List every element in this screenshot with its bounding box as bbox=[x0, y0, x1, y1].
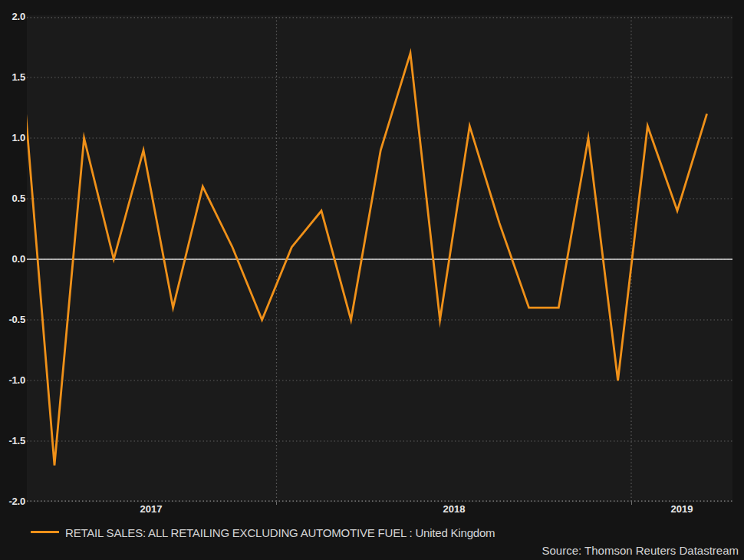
chart-svg bbox=[27, 17, 732, 502]
y-tick-label: 0.5 bbox=[0, 193, 25, 205]
y-tick-label: 1.0 bbox=[0, 132, 25, 144]
y-tick-label: 1.5 bbox=[0, 71, 25, 84]
chart-canvas: 2.01.51.00.50.0-0.5-1.0-1.5-2.0 20172018… bbox=[0, 0, 744, 560]
y-tick-label: -0.5 bbox=[0, 314, 25, 326]
y-tick-label: -1.5 bbox=[0, 435, 25, 447]
y-tick-label: -1.0 bbox=[0, 374, 25, 387]
source-note: Source: Thomson Reuters Datastream bbox=[542, 545, 739, 557]
y-tick-label: -2.0 bbox=[0, 496, 25, 508]
x-tick-label: 2019 bbox=[651, 504, 713, 515]
x-tick-label: 2018 bbox=[423, 504, 485, 515]
x-tick-label: 2017 bbox=[120, 504, 182, 515]
x-axis-tick-mark bbox=[631, 502, 632, 505]
x-axis-tick-mark bbox=[276, 502, 277, 505]
legend-line-swatch bbox=[31, 531, 59, 533]
legend-series-label: RETAIL SALES: ALL RETAILING EXCLUDING AU… bbox=[65, 527, 495, 539]
y-tick-label: 0.0 bbox=[0, 253, 25, 265]
y-tick-label: 2.0 bbox=[0, 11, 25, 23]
